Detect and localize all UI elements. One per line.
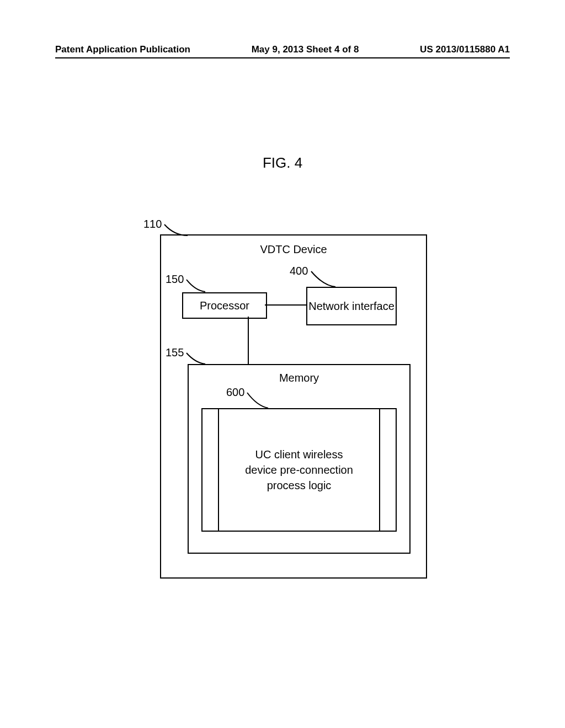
logic-label-line2: device pre-connection (245, 462, 353, 478)
memory-label: Memory (189, 372, 409, 384)
header-right: US 2013/0115880 A1 (420, 44, 510, 55)
ref-150: 150 (166, 273, 184, 286)
ref-600: 600 (226, 386, 244, 399)
processor-label: Processor (200, 299, 249, 312)
logic-label-line3: process logic (267, 478, 332, 493)
logic-label-line1: UC client wireless (255, 447, 343, 462)
ref-155: 155 (166, 346, 184, 359)
connector-processor-memory (247, 317, 250, 366)
lead-600 (246, 392, 270, 410)
connector-processor-network (265, 303, 309, 307)
header-center: May 9, 2013 Sheet 4 of 8 (252, 44, 359, 55)
lead-400 (310, 270, 338, 289)
lead-150 (185, 279, 207, 295)
page: Patent Application Publication May 9, 20… (0, 0, 565, 728)
figure-label: FIG. 4 (0, 154, 565, 172)
lead-110 (163, 223, 191, 240)
page-header: Patent Application Publication May 9, 20… (55, 44, 510, 58)
network-interface-label: Network interface (308, 299, 395, 313)
ref-400: 400 (290, 265, 308, 277)
ref-110: 110 (143, 218, 162, 231)
header-left: Patent Application Publication (55, 44, 190, 55)
processor-box: Processor (182, 292, 267, 319)
logic-inner-box: UC client wireless device pre-connection… (218, 408, 380, 532)
lead-155 (185, 352, 207, 367)
vdtc-label: VDTC Device (161, 243, 426, 256)
network-interface-box: Network interface (306, 287, 397, 325)
